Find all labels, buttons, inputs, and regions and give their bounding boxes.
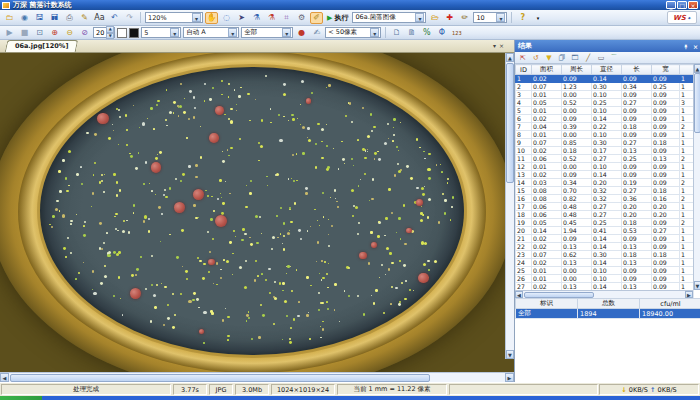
viewer-horizontal-scrollbar[interactable]: ◀ ▶	[0, 372, 514, 382]
spin-down-icon[interactable]: ▼	[106, 33, 114, 40]
pen-width-combo[interactable]: 5 ▾	[141, 27, 181, 38]
save-icon[interactable]: 🖫	[33, 12, 46, 24]
table-row[interactable]: 260.010.000.100.090.091	[516, 275, 694, 283]
curve-icon[interactable]: ⌒	[608, 53, 620, 63]
doc-icon[interactable]: 🗎	[405, 27, 418, 39]
fill-color-swatch[interactable]	[117, 28, 127, 38]
table-row[interactable]: 140.030.340.200.190.092	[516, 179, 694, 187]
run-button[interactable]: ▶ 执行	[325, 12, 350, 24]
table-row[interactable]: 240.020.130.140.130.091	[516, 259, 694, 267]
save-all-icon[interactable]: 🖬	[48, 12, 61, 24]
scroll-right-icon[interactable]: ▶	[505, 373, 514, 382]
column-header[interactable]: ID	[516, 65, 532, 75]
pointer-icon[interactable]: ➤	[235, 12, 248, 24]
zoom-fit-icon[interactable]: ⊘	[78, 27, 91, 39]
table-row[interactable]: 40.050.520.250.270.093	[516, 99, 694, 107]
scroll-up-icon[interactable]: ▲	[506, 53, 514, 62]
help-button[interactable]: ?	[516, 12, 529, 24]
tab-close-icon[interactable]: ×	[499, 42, 504, 50]
threshold-spinner[interactable]: 20 ▲▼	[93, 27, 115, 38]
settings-icon[interactable]: ⚙	[295, 12, 308, 24]
table-row[interactable]: 190.050.450.250.180.092	[516, 219, 694, 227]
pixel-filter-combo[interactable]: < 50像素 ▾	[325, 27, 381, 38]
draw-2-icon[interactable]: ✏	[458, 12, 471, 24]
panel-close-icon[interactable]: ×	[693, 43, 698, 50]
table-horizontal-scrollbar[interactable]: ◀ ▶	[515, 290, 693, 298]
export-icon[interactable]: ⇱	[517, 53, 529, 63]
measure-icon[interactable]: ⌗	[280, 12, 293, 24]
refresh-icon[interactable]: ↺	[530, 53, 542, 63]
table-row[interactable]: 110.060.520.270.250.132	[516, 155, 694, 163]
open-folder-icon[interactable]: 🗀	[3, 12, 16, 24]
maximize-button[interactable]: □	[677, 1, 687, 9]
zoom-tool-icon[interactable]: ◌	[220, 12, 233, 24]
table-row[interactable]: 150.080.700.320.270.181	[516, 187, 694, 195]
red-mark-icon[interactable]: ●	[295, 27, 308, 39]
table-vertical-scrollbar[interactable]: ▲ ▼	[693, 64, 700, 290]
table-row[interactable]: 30.010.000.100.090.091	[516, 91, 694, 99]
add-red-icon[interactable]: ✚	[443, 12, 456, 24]
table-row[interactable]: 160.080.820.320.360.162	[516, 195, 694, 203]
filter-icon[interactable]: ▼	[543, 53, 555, 63]
hand-tool-icon[interactable]: ✋	[205, 12, 218, 24]
table-row[interactable]: 170.060.480.270.200.201	[516, 203, 694, 211]
print-icon[interactable]: ⎙	[63, 12, 76, 24]
table-row[interactable]: 20.071.230.300.340.251	[516, 83, 694, 91]
scroll-thumb[interactable]	[524, 292, 594, 298]
tab-list-icon[interactable]: ▾	[493, 42, 496, 50]
table-row[interactable]: 70.040.390.220.180.092	[516, 123, 694, 131]
percent-icon[interactable]: %	[420, 27, 433, 39]
zoom-in-icon[interactable]: ⊕	[48, 27, 61, 39]
scroll-left-icon[interactable]: ◀	[515, 291, 523, 298]
image-tab[interactable]: 06a.jpg[120%]	[5, 40, 79, 52]
scroll-thumb[interactable]	[506, 63, 514, 183]
scroll-left-icon[interactable]: ◀	[0, 373, 9, 382]
frame-21-icon[interactable]: ⊡	[33, 27, 46, 39]
scroll-down-icon[interactable]: ▼	[694, 281, 700, 290]
pin-icon[interactable]: 🖈	[683, 43, 689, 50]
marker-red-icon[interactable]: ⚗	[265, 12, 278, 24]
range-combo[interactable]: 全部 ▾	[241, 27, 293, 38]
table-row[interactable]: 90.070.850.300.270.181	[516, 139, 694, 147]
scroll-down-icon[interactable]: ▼	[506, 350, 514, 359]
table-row[interactable]: 180.060.480.270.200.201	[516, 211, 694, 219]
edit-pencil-icon[interactable]: ✎	[78, 12, 91, 24]
scroll-right-icon[interactable]: ▶	[685, 291, 693, 298]
table-row[interactable]: 60.020.090.140.090.091	[516, 115, 694, 123]
play-icon[interactable]: ▶	[3, 27, 16, 39]
copy-sheet-icon[interactable]: 🗍	[556, 53, 568, 63]
calibrate-icon[interactable]: ✐	[310, 12, 323, 24]
column-header[interactable]: 长	[622, 65, 652, 75]
scroll-thumb[interactable]	[10, 374, 430, 382]
table-row[interactable]: 50.010.000.100.090.091	[516, 107, 694, 115]
viewer-vertical-scrollbar[interactable]: ▲ ▼	[505, 53, 514, 359]
table-row[interactable]: 220.020.130.140.130.091	[516, 243, 694, 251]
petri-dish-canvas[interactable]	[0, 53, 514, 372]
close-button[interactable]: ×	[688, 1, 698, 9]
dilution-combo[interactable]: 10 ▾	[473, 12, 507, 23]
zoom-out-icon[interactable]: ⊖	[63, 27, 76, 39]
table-row[interactable]: 250.010.000.100.090.091	[516, 267, 694, 275]
chevron-down-icon[interactable]: ▾	[531, 12, 544, 24]
scroll-up-icon[interactable]: ▲	[694, 64, 700, 73]
rect-select-icon[interactable]: ▭	[595, 53, 607, 63]
table-row[interactable]: 200.141.940.410.530.271	[516, 227, 694, 235]
marker-blue-icon[interactable]: ⚗	[250, 12, 263, 24]
zoom-level-combo[interactable]: 120% ▾	[145, 12, 203, 23]
camera-icon[interactable]: ◉	[18, 12, 31, 24]
table-row[interactable]: 210.020.090.140.090.091	[516, 235, 694, 243]
minimize-button[interactable]: _	[666, 1, 676, 9]
table-row[interactable]: 80.010.000.100.090.091	[516, 131, 694, 139]
stop-icon[interactable]: ■	[18, 27, 31, 39]
column-header[interactable]: 面积	[532, 65, 562, 75]
open-small-icon[interactable]: 🗁	[428, 12, 441, 24]
table-row[interactable]: 100.020.180.170.130.091	[516, 147, 694, 155]
diameter-icon[interactable]: Φ	[435, 27, 448, 39]
scroll-thumb[interactable]	[694, 73, 700, 133]
new-doc-icon[interactable]: 🗋	[390, 27, 403, 39]
redo-icon[interactable]: ↷	[123, 12, 136, 24]
text-style-icon[interactable]: Aa	[93, 12, 106, 24]
line-color-swatch[interactable]	[129, 28, 139, 38]
numbering-icon[interactable]: ₁₂₃	[450, 27, 463, 39]
column-header[interactable]	[680, 65, 694, 75]
